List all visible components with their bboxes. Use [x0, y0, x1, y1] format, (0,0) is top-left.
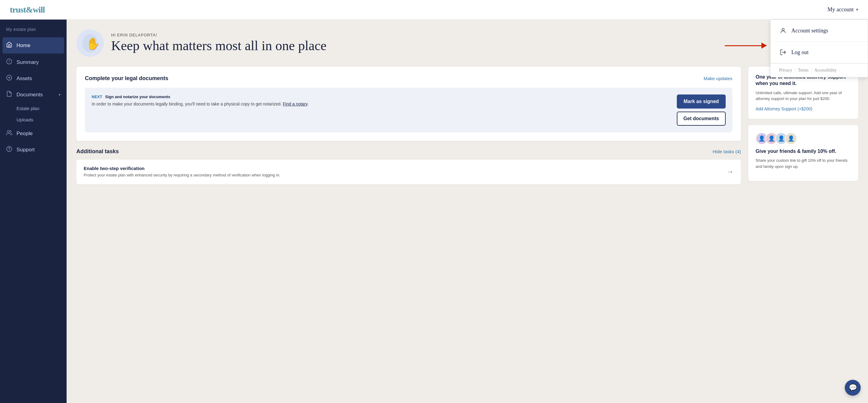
account-settings-label: Account settings	[791, 28, 828, 34]
hand-illustration: ✋	[76, 29, 104, 57]
referral-card-desc: Share your custom link to gift 10% off t…	[755, 157, 851, 169]
find-notary-link[interactable]: Find a notary	[283, 102, 308, 107]
main-layout: My estate plan Home Summary	[0, 20, 868, 403]
logo: trust&will	[10, 5, 44, 15]
chat-button[interactable]: 💬	[845, 380, 861, 396]
sidebar-sub-uploads[interactable]: Uploads	[0, 114, 67, 125]
right-panel: One year of unlimited attorney support w…	[748, 67, 858, 184]
logo-symbol: &	[26, 5, 33, 15]
chat-icon: 💬	[849, 384, 857, 392]
task-description: In order to make your documents legally …	[92, 101, 671, 107]
my-account-button[interactable]: My account ▾	[828, 6, 858, 13]
sidebar-item-home[interactable]: Home	[2, 37, 64, 54]
additional-tasks-title: Additional tasks	[76, 148, 119, 155]
sidebar-assets-label: Assets	[17, 76, 32, 82]
add-attorney-support-link[interactable]: Add Attorney Support (+$200)	[755, 107, 812, 111]
chevron-down-icon: ▾	[856, 7, 858, 12]
sidebar-people-label: People	[17, 131, 33, 137]
account-settings-icon	[779, 27, 787, 34]
documents-chevron-icon: ▾	[59, 93, 60, 97]
account-dropdown: Account settings Log out Privacy | Terms…	[770, 20, 868, 77]
two-step-task-title: Enable two-step verification	[84, 166, 280, 171]
referral-card: 👤 👤 👤 👤 Give your friends & family 10% o…	[748, 125, 858, 181]
greeting-text: HI ERIN DELAPORTA!	[111, 33, 327, 37]
documents-icon	[6, 91, 12, 98]
home-icon	[6, 41, 12, 49]
main-content: ✋ HI ERIN DELAPORTA! Keep what matters m…	[67, 20, 868, 403]
task-content: NEXT Sign and notarize your documents In…	[92, 94, 671, 107]
task-item-arrow-icon[interactable]: →	[727, 168, 734, 176]
mark-as-signed-button[interactable]: Mark as signed	[677, 94, 726, 109]
next-badge: NEXT	[92, 94, 102, 99]
arrow-indicator	[725, 42, 767, 49]
sidebar-support-label: Support	[17, 147, 35, 153]
logout-item[interactable]: Log out	[771, 41, 868, 63]
my-account-label: My account	[828, 6, 854, 13]
account-settings-item[interactable]: Account settings	[771, 20, 868, 41]
friend-avatar-4: 👤	[785, 133, 797, 145]
documents-card-title: Complete your legal documents	[85, 75, 168, 82]
assets-icon	[6, 75, 12, 82]
friends-avatars: 👤 👤 👤 👤	[755, 133, 851, 145]
referral-card-title: Give your friends & family 10% off.	[755, 148, 851, 155]
documents-card: Complete your legal documents Make updat…	[76, 67, 741, 141]
separator-2: |	[811, 68, 812, 73]
two-step-task-item: Enable two-step verification Protect you…	[76, 160, 741, 184]
sidebar: My estate plan Home Summary	[0, 20, 67, 403]
sidebar-item-people[interactable]: People	[0, 125, 67, 142]
sidebar-item-summary[interactable]: Summary	[0, 54, 67, 70]
task-label: NEXT Sign and notarize your documents	[92, 94, 671, 99]
welcome-text: HI ERIN DELAPORTA! Keep what matters mos…	[111, 33, 327, 53]
headline-text: Keep what matters most all in one place	[111, 38, 327, 53]
arrow-line	[725, 45, 762, 46]
additional-tasks-header: Additional tasks Hide tasks (4)	[76, 148, 741, 155]
content-grid: Complete your legal documents Make updat…	[76, 67, 858, 184]
header: trust&will My account ▾ Account settings	[0, 0, 868, 20]
two-step-task-content: Enable two-step verification Protect you…	[84, 166, 280, 178]
sidebar-documents-label: Documents	[17, 92, 43, 98]
sidebar-home-label: Home	[17, 42, 30, 49]
logout-icon	[779, 48, 787, 56]
arrow-head	[762, 42, 767, 49]
two-step-task-desc: Protect your estate plan with enhanced s…	[84, 172, 280, 178]
make-updates-link[interactable]: Make updates	[704, 76, 733, 81]
accessibility-link[interactable]: Accessibility	[814, 68, 837, 73]
attorney-card-desc: Unlimited calls, ultimate support. Add o…	[755, 90, 851, 102]
logo-end: will	[33, 5, 45, 15]
svg-point-0	[782, 28, 784, 31]
sidebar-sub-estate-plan[interactable]: Estate plan	[0, 103, 67, 114]
sidebar-item-support[interactable]: Support	[0, 142, 67, 158]
svg-point-8	[7, 131, 9, 133]
left-column: Complete your legal documents Make updat…	[76, 67, 741, 184]
logout-label: Log out	[791, 49, 809, 56]
summary-icon	[6, 58, 12, 66]
get-documents-button[interactable]: Get documents	[677, 112, 726, 126]
separator-1: |	[795, 68, 796, 73]
sidebar-item-documents[interactable]: Documents ▾	[0, 87, 67, 103]
hide-tasks-link[interactable]: Hide tasks (4)	[713, 149, 741, 154]
people-icon	[6, 129, 12, 137]
sidebar-summary-label: Summary	[17, 59, 39, 65]
terms-link[interactable]: Terms	[798, 68, 809, 73]
task-title: Sign and notarize your documents	[105, 94, 170, 99]
privacy-link[interactable]: Privacy	[779, 68, 792, 73]
dropdown-footer: Privacy | Terms | Accessibility	[771, 63, 868, 77]
task-actions: Mark as signed Get documents	[677, 94, 726, 126]
sidebar-item-assets[interactable]: Assets	[0, 70, 67, 87]
task-box: NEXT Sign and notarize your documents In…	[85, 88, 733, 133]
support-icon	[6, 146, 12, 153]
logo-text: trust	[10, 5, 26, 15]
sidebar-section-title: My estate plan	[0, 27, 67, 37]
documents-card-header: Complete your legal documents Make updat…	[85, 75, 733, 82]
svg-text:✋: ✋	[86, 37, 99, 51]
